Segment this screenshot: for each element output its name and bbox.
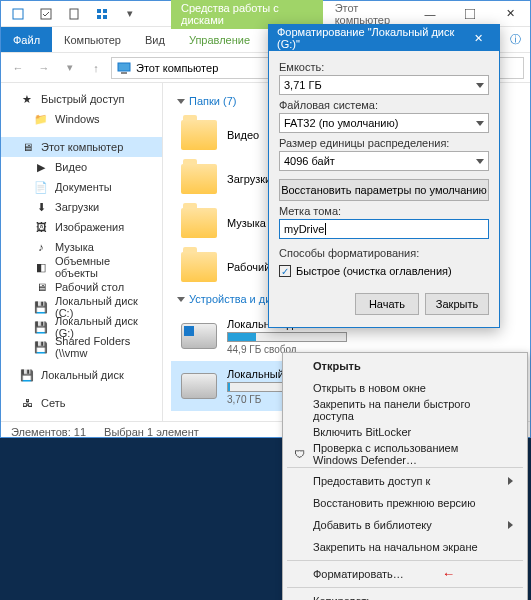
window-title: Этот компьютер <box>335 2 410 26</box>
nav-forward-icon[interactable]: → <box>33 57 55 79</box>
drive-icon <box>181 373 217 399</box>
svg-rect-5 <box>97 15 101 19</box>
qat-tiles-icon[interactable] <box>91 3 113 25</box>
quick-format-checkbox[interactable]: ✓ Быстрое (очистка оглавления) <box>279 265 489 277</box>
ctx-open-new-window[interactable]: Открыть в новом окне <box>285 377 525 399</box>
nav-windows[interactable]: 📁Windows <box>1 109 162 129</box>
restore-defaults-button[interactable]: Восстановить параметры по умолчанию <box>279 179 489 201</box>
shield-icon: 🛡 <box>291 446 307 462</box>
download-icon: ⬇ <box>33 199 49 215</box>
svg-rect-1 <box>41 9 51 19</box>
nav-drive-g[interactable]: 💾Локальный диск (G:) <box>1 317 162 337</box>
file-tab[interactable]: Файл <box>1 27 52 52</box>
folder-icon <box>181 164 217 194</box>
close-button[interactable]: Закрыть <box>425 293 489 315</box>
svg-rect-2 <box>70 9 78 19</box>
qat-properties-icon[interactable] <box>63 3 85 25</box>
qat-back-icon[interactable] <box>7 3 29 25</box>
svg-rect-9 <box>121 72 127 74</box>
nav-3d-objects[interactable]: ◧Объемные объекты <box>1 257 162 277</box>
navigation-pane: ★Быстрый доступ 📁Windows 🖥Этот компьютер… <box>1 83 163 421</box>
help-icon[interactable]: ⓘ <box>500 27 530 52</box>
allocation-label: Размер единицы распределения: <box>279 137 489 149</box>
qat-dropdown-icon[interactable]: ▾ <box>119 3 141 25</box>
minimize-button[interactable]: — <box>410 1 450 27</box>
drive-icon: 💾 <box>33 299 49 315</box>
nav-desktop[interactable]: 🖥Рабочий стол <box>1 277 162 297</box>
network-icon: 🖧 <box>19 395 35 411</box>
network-drive-icon: 💾 <box>33 339 49 355</box>
separator <box>287 587 523 588</box>
checkbox-icon: ✓ <box>279 265 291 277</box>
nav-documents[interactable]: 📄Документы <box>1 177 162 197</box>
arrow-annotation-icon: ← <box>442 566 455 581</box>
allocation-select[interactable]: 4096 байт <box>279 151 489 171</box>
drive-icon <box>181 323 217 349</box>
item-count: Элементов: 11 <box>11 426 86 438</box>
folder-icon <box>181 208 217 238</box>
ctx-pin-quick[interactable]: Закрепить на панели быстрого доступа <box>285 399 525 421</box>
context-menu: Открыть Открыть в новом окне Закрепить н… <box>282 352 528 600</box>
dialog-titlebar[interactable]: Форматирование "Локальный диск (G:)" ✕ <box>269 25 499 51</box>
nav-local-disk[interactable]: 💾Локальный диск <box>1 365 162 385</box>
svg-rect-8 <box>118 63 130 71</box>
svg-rect-6 <box>103 15 107 19</box>
picture-icon: 🖼 <box>33 219 49 235</box>
nav-history-icon[interactable]: ▾ <box>59 57 81 79</box>
nav-music[interactable]: ♪Музыка <box>1 237 162 257</box>
selection-status: Выбран 1 элемент <box>104 426 199 438</box>
separator <box>287 560 523 561</box>
drive-icon: 💾 <box>33 319 49 335</box>
cube-icon: ◧ <box>33 259 49 275</box>
ctx-copy[interactable]: Копировать <box>285 590 525 600</box>
format-methods-label: Способы форматирования: <box>279 247 489 259</box>
filesystem-select[interactable]: FAT32 (по умолчанию) <box>279 113 489 133</box>
qat-checkbox-icon[interactable] <box>35 3 57 25</box>
manage-tab[interactable]: Управление <box>177 27 262 52</box>
music-icon: ♪ <box>33 239 49 255</box>
view-tab[interactable]: Вид <box>133 27 177 52</box>
maximize-button[interactable] <box>450 1 490 27</box>
nav-this-pc[interactable]: 🖥Этот компьютер <box>1 137 162 157</box>
svg-rect-0 <box>13 9 23 19</box>
filesystem-label: Файловая система: <box>279 99 489 111</box>
nav-pictures[interactable]: 🖼Изображения <box>1 217 162 237</box>
nav-up-icon[interactable]: ↑ <box>85 57 107 79</box>
nav-videos[interactable]: ▶Видео <box>1 157 162 177</box>
computer-tab[interactable]: Компьютер <box>52 27 133 52</box>
folder-icon: 📁 <box>33 111 49 127</box>
ctx-open[interactable]: Открыть <box>285 355 525 377</box>
nav-network[interactable]: 🖧Сеть <box>1 393 162 413</box>
breadcrumb-text: Этот компьютер <box>136 62 218 74</box>
video-icon: ▶ <box>33 159 49 175</box>
folder-icon <box>181 120 217 150</box>
capacity-label: Емкость: <box>279 61 489 73</box>
start-button[interactable]: Начать <box>355 293 419 315</box>
ctx-share[interactable]: Предоставить доступ к <box>285 470 525 492</box>
pc-icon: 🖥 <box>19 139 35 155</box>
ctx-defender[interactable]: 🛡Проверка с использованием Windows Defen… <box>285 443 525 465</box>
folder-icon <box>181 252 217 282</box>
drive-capacity-bar <box>227 332 347 342</box>
svg-rect-7 <box>465 9 475 19</box>
nav-shared[interactable]: 💾Shared Folders (\\vmw <box>1 337 162 357</box>
separator <box>287 467 523 468</box>
ctx-format[interactable]: Форматировать…← <box>285 563 525 585</box>
star-icon: ★ <box>19 91 35 107</box>
ctx-restore-version[interactable]: Восстановить прежнюю версию <box>285 492 525 514</box>
nav-drive-c[interactable]: 💾Локальный диск (C:) <box>1 297 162 317</box>
close-button[interactable]: ✕ <box>490 1 530 27</box>
nav-back-icon[interactable]: ← <box>7 57 29 79</box>
nav-quick-access[interactable]: ★Быстрый доступ <box>1 89 162 109</box>
svg-rect-4 <box>103 9 107 13</box>
drive-icon: 💾 <box>19 367 35 383</box>
ctx-pin-start[interactable]: Закрепить на начальном экране <box>285 536 525 558</box>
capacity-select[interactable]: 3,71 ГБ <box>279 75 489 95</box>
dialog-close-button[interactable]: ✕ <box>467 25 491 51</box>
nav-downloads[interactable]: ⬇Загрузки <box>1 197 162 217</box>
desktop-icon: 🖥 <box>33 279 49 295</box>
volume-label-label: Метка тома: <box>279 205 489 217</box>
ctx-bitlocker[interactable]: Включить BitLocker <box>285 421 525 443</box>
ctx-add-library[interactable]: Добавить в библиотеку <box>285 514 525 536</box>
volume-label-input[interactable]: myDrive <box>279 219 489 239</box>
